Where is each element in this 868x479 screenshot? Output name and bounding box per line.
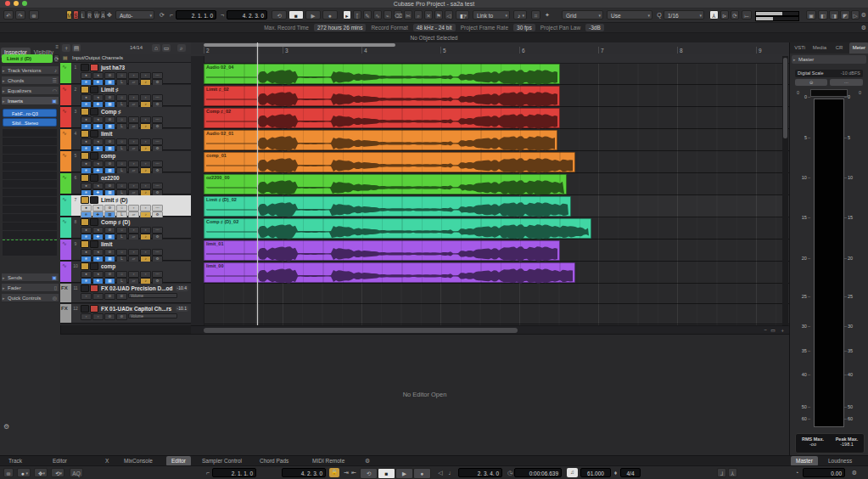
track-control-button[interactable]: ⋯ [152, 161, 163, 167]
offset-field[interactable]: 0.00 [803, 468, 845, 477]
audio-clip[interactable]: Comp ♯ (D)_02 [204, 218, 591, 239]
range-tool[interactable]: ⟦ [353, 10, 361, 20]
lock-icon[interactable]: 🔒 [329, 468, 339, 477]
zoom-box-icon[interactable]: ▭ [770, 327, 776, 333]
insert-slot-empty[interactable] [3, 155, 57, 163]
horizontal-scroll-thumb[interactable] [204, 328, 518, 333]
track-control-button[interactable]: ▫ [128, 183, 139, 189]
mute-tool[interactable]: ✕ [424, 10, 433, 20]
audio-clip[interactable]: comp_01 [204, 152, 575, 172]
track-control-button[interactable]: ⊘ [104, 227, 115, 234]
track-control-button[interactable]: ● [81, 249, 92, 256]
sync-icon[interactable]: ◔ [792, 468, 801, 477]
right-zone-tab-media[interactable]: Media [809, 42, 829, 54]
insert-slot-empty[interactable] [3, 231, 57, 240]
setup-window-icon[interactable]: ▣ [806, 10, 816, 20]
track-control-button[interactable]: ⊘ [104, 94, 115, 101]
playhead-cursor[interactable] [257, 42, 258, 325]
track-control-button[interactable]: ○ [116, 116, 127, 123]
track-control-button[interactable]: ⊘ [104, 205, 115, 211]
insert-slot-empty[interactable] [3, 189, 57, 197]
mute-button[interactable] [81, 240, 89, 248]
info-value[interactable]: 272 hours 26 mins [314, 24, 366, 31]
track-control-button[interactable]: ▫ [140, 72, 151, 79]
audition-tool[interactable]: ◁ [445, 10, 453, 20]
track-control-button[interactable]: ◂ [92, 161, 104, 167]
mute-button[interactable] [81, 262, 89, 270]
solo-button[interactable] [90, 305, 98, 313]
track-row-9[interactable]: ∿9limit●◂⊘○▫▫⋯e✚▦L▱♪⚙ [60, 240, 191, 261]
left-locator-field[interactable]: 2. 1. 1. 0 [176, 10, 216, 20]
track-control-button[interactable]: ◂ [92, 116, 104, 123]
track-control-button[interactable]: ▫ [140, 205, 151, 211]
insert-slot-empty[interactable] [3, 172, 57, 180]
io-channels-row[interactable]: Input/Output Channels [60, 54, 191, 63]
right-zone-toggle-icon[interactable]: ◩ [840, 10, 850, 20]
monitor-speaker-icon[interactable]: ◁ [436, 468, 445, 477]
master-section-header[interactable]: Master [792, 55, 866, 64]
track-control-button[interactable]: ▫ [128, 227, 139, 234]
meter-range-box[interactable] [810, 89, 848, 97]
punch-out-icon[interactable]: ⇤ [350, 468, 358, 477]
track-control-button[interactable]: ◂ [92, 271, 104, 278]
track-control-button[interactable]: ▫ [140, 271, 151, 278]
comp-tool[interactable]: ⚑ [434, 10, 443, 20]
refresh-icon[interactable]: ⟳ [158, 10, 166, 20]
track-control-button[interactable]: ◂ [92, 94, 104, 101]
iterative-quantize-icon[interactable]: ⅄ [709, 10, 719, 20]
track-control-button[interactable]: ▫ [140, 161, 151, 167]
inspector-section-track-versions[interactable]: Track Versions♪ [2, 66, 59, 75]
automation-panel-icon[interactable]: ✥ [105, 10, 114, 20]
track-control-button[interactable]: ▫ [128, 161, 139, 167]
track-control-button[interactable]: ◂ [92, 138, 104, 145]
track-control-button[interactable]: ▫ [128, 94, 139, 101]
track-control-button[interactable]: ⊘ [104, 249, 115, 256]
quantize-refresh-icon[interactable]: ⟳ [731, 10, 739, 20]
lower-zone-gear-icon[interactable]: ⚙ [365, 458, 370, 465]
track-control-button[interactable]: ▫ [140, 227, 151, 234]
left-zone-toggle-icon[interactable]: ◧ [818, 10, 828, 20]
track-row-3[interactable]: ∿3Comp ♯●◂⊘○▫▫⋯e✚▦L▱♪⚙ [60, 107, 191, 128]
mute-button[interactable] [81, 174, 89, 182]
track-control-button[interactable]: ⊘ [104, 161, 115, 167]
nudge-dropdown[interactable]: ♪ [513, 10, 527, 20]
track-control-button[interactable]: ● [81, 138, 92, 145]
fx-volume-slider[interactable]: Volume [128, 313, 177, 318]
insert-slot-empty[interactable] [3, 138, 57, 146]
insert-slot[interactable]: FabF...ro-Q3 [3, 109, 57, 117]
inspector-section-sends[interactable]: Sends▣ [2, 273, 59, 282]
quantize-preset-dropdown[interactable]: Use Quantize [607, 10, 652, 20]
color-tool-dropdown[interactable]: ◧ [456, 10, 469, 20]
solo-button[interactable] [90, 64, 98, 71]
inspector-refresh-icon[interactable]: ⟳ [53, 54, 59, 63]
add-track-icon[interactable]: ＋ [62, 44, 70, 52]
track-control-button[interactable]: ◂ [92, 72, 104, 79]
automation-l-button[interactable]: L [80, 10, 86, 20]
inspector-section-chords[interactable]: Chords☰ [2, 76, 59, 85]
mute-button[interactable] [81, 86, 89, 93]
solo-button[interactable] [90, 196, 98, 204]
position-display[interactable]: 2. 3. 4. 0 [458, 468, 502, 477]
home-icon[interactable]: ⌂ [152, 44, 160, 52]
track-control-button[interactable]: ● [81, 161, 92, 167]
track-control-button[interactable]: ⊘ [116, 313, 127, 320]
info-line-gear-icon[interactable]: ⚙ [860, 23, 868, 32]
track-folder-icon[interactable]: ▤ [72, 44, 81, 52]
track-control-button[interactable]: ◂ [92, 249, 104, 256]
track-row-12[interactable]: FX12FX 01-UADx Capitol Ch...rs-10.1▫▫⊘⊘V… [60, 304, 191, 324]
track-control-button[interactable]: ○ [116, 138, 127, 145]
track-control-button[interactable]: ⊘ [104, 271, 115, 278]
tempo-field[interactable]: 61.000 [580, 468, 611, 477]
redo-icon[interactable]: ↷ [15, 10, 25, 20]
transport-stop-button[interactable]: ■ [378, 468, 395, 479]
deactivate-icon[interactable]: ⊗ [29, 10, 39, 20]
open-zone-icon[interactable]: ▷ [851, 10, 860, 20]
insert-slot-empty[interactable] [3, 214, 57, 223]
insert-slot-empty[interactable] [3, 206, 57, 214]
track-row-7[interactable]: ∿7Limit ♯ (D)●◂⊘○▫▫⋯e✚▦L▱♪⚙ [60, 195, 191, 217]
solo-button[interactable] [90, 86, 98, 93]
track-control-button[interactable]: ○ [116, 72, 127, 79]
automation-s-button[interactable]: S [73, 10, 79, 20]
toolbar-gear-icon[interactable]: ⚙ [860, 10, 868, 20]
record-button[interactable]: ● [322, 10, 338, 20]
